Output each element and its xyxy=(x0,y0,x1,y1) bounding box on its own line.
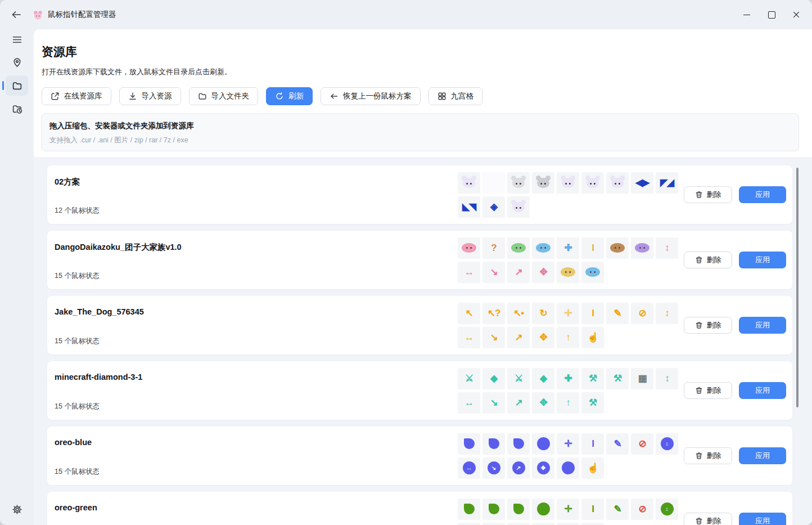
page-title: 资源库 xyxy=(42,44,812,60)
toolbar-button-import-resource[interactable]: 导入资源 xyxy=(119,87,181,105)
delete-button-label: 删除 xyxy=(707,516,721,525)
close-icon xyxy=(792,11,800,19)
folder-clock-icon xyxy=(12,104,22,114)
toolbar-button-online-library[interactable]: 在线资源库 xyxy=(42,87,111,105)
cursor-thumbnail: I xyxy=(581,303,604,324)
scheme-actions: 删除应用 xyxy=(684,513,786,525)
toolbar-button-label: 导入文件夹 xyxy=(211,91,250,101)
apply-button[interactable]: 应用 xyxy=(739,382,786,399)
scheme-name: oreo-green xyxy=(55,503,458,512)
sidebar-menu-button[interactable] xyxy=(6,29,28,50)
toolbar-button-label: 在线资源库 xyxy=(64,91,102,101)
scheme-meta: 02方案12 个鼠标状态 xyxy=(47,165,458,224)
scheme-actions: 删除应用 xyxy=(684,447,786,464)
scheme-actions: 删除应用 xyxy=(684,382,786,399)
cursor-thumbnail xyxy=(557,523,579,525)
scheme-state-count: 15 个鼠标状态 xyxy=(55,271,458,281)
cursor-thumbnail: ↕ xyxy=(656,368,678,389)
grid-icon xyxy=(437,92,446,101)
sidebar-item-resource-library[interactable] xyxy=(6,75,28,96)
cursor-thumbnail xyxy=(458,499,480,520)
cursor-thumbnail: I xyxy=(581,499,604,520)
cursor-thumbnail: ◆ xyxy=(532,368,554,389)
cursor-thumbnail xyxy=(606,172,629,194)
delete-button[interactable]: 删除 xyxy=(684,447,732,464)
delete-button-label: 删除 xyxy=(707,190,721,200)
cursor-thumbnail: I xyxy=(581,237,604,259)
cursor-thumbnail xyxy=(482,172,505,194)
scheme-card: oreo-green15 个鼠标状态✛I✎⊘↕↔↘↗✥☝删除应用 xyxy=(47,492,792,525)
scheme-state-count: 12 个鼠标状态 xyxy=(55,206,458,216)
apply-button[interactable]: 应用 xyxy=(739,186,786,203)
cursor-thumbnail: ↘ xyxy=(482,523,505,525)
delete-button[interactable]: 删除 xyxy=(684,317,732,334)
toolbar-button-restore-previous[interactable]: 恢复上一份鼠标方案 xyxy=(321,87,421,105)
cursor-thumbnail: ↖? xyxy=(482,303,505,324)
delete-button-label: 删除 xyxy=(707,255,721,265)
apply-button[interactable]: 应用 xyxy=(739,252,786,268)
cursor-thumbnail: ✚ xyxy=(557,237,579,259)
scheme-name: DangoDaikazoku_团子大家族v1.0 xyxy=(55,242,458,253)
cursor-thumbnail: ↔ xyxy=(458,523,480,525)
sidebar-item-settings[interactable] xyxy=(6,499,28,519)
toolbar-button-label: 导入资源 xyxy=(142,91,172,101)
cursor-thumbnail xyxy=(532,237,554,259)
delete-button[interactable]: 删除 xyxy=(684,382,732,399)
scheme-meta: oreo-green15 个鼠标状态 xyxy=(47,492,458,525)
cursor-thumbnail: ↻ xyxy=(532,303,554,324)
scheme-list: 02方案12 个鼠标状态◀▶◤◢◣◥◈删除应用DangoDaikazoku_团子… xyxy=(34,157,812,525)
minimize-button[interactable] xyxy=(734,4,759,25)
apply-button[interactable]: 应用 xyxy=(739,317,786,334)
scheme-card: oreo-blue15 个鼠标状态✛I✎⊘↕↔↘↗✥☝删除应用 xyxy=(47,427,792,485)
folder-icon xyxy=(12,80,22,91)
cursor-thumbnail: ✚ xyxy=(557,368,579,389)
toolbar-button-import-folder[interactable]: 导入文件夹 xyxy=(189,87,259,105)
cursor-thumbnail: ↘ xyxy=(482,262,505,283)
trash-icon xyxy=(695,256,703,264)
delete-button[interactable]: 删除 xyxy=(684,252,732,268)
toolbar-button-nine-grid[interactable]: 九宫格 xyxy=(428,87,483,105)
cursor-thumbnail: ⚒ xyxy=(581,368,604,389)
sidebar-item-cursor-config[interactable] xyxy=(6,52,28,73)
toolbar-button-label: 恢复上一份鼠标方案 xyxy=(343,91,412,101)
cursor-thumbnail xyxy=(482,433,505,455)
delete-button[interactable]: 删除 xyxy=(684,513,732,525)
main-panel: 资源库 打开在线资源库下载文件，放入鼠标文件目录后点击刷新。 在线资源库导入资源… xyxy=(34,29,812,525)
apply-button[interactable]: 应用 xyxy=(739,447,786,464)
scheme-meta: Jake_The_Dog_57634515 个鼠标状态 xyxy=(47,296,458,355)
apply-button[interactable]: 应用 xyxy=(739,513,786,525)
cursor-thumbnail: ⚒ xyxy=(581,392,604,414)
scheme-card: 02方案12 个鼠标状态◀▶◤◢◣◥◈删除应用 xyxy=(47,165,792,224)
close-button[interactable] xyxy=(784,4,809,25)
back-button[interactable] xyxy=(8,6,25,23)
cursor-thumbnail: ◣◥ xyxy=(458,196,480,218)
delete-button-label: 删除 xyxy=(707,320,721,330)
cursor-thumbnail: ✥ xyxy=(532,392,554,414)
cursor-thumbnail: I xyxy=(581,433,604,455)
cursor-thumbnail: ↑ xyxy=(557,327,579,348)
delete-button-label: 删除 xyxy=(707,451,721,461)
toolbar-button-refresh[interactable]: 刷新 xyxy=(266,87,313,105)
window-controls xyxy=(734,4,809,25)
minimize-icon xyxy=(743,15,750,15)
app-window: 鼠标指针配置管理器 资源库 打开在线资源库下载文件，放入鼠标文件目录后点击刷新。 xyxy=(0,0,812,525)
scrollbar-thumb[interactable] xyxy=(796,168,799,407)
cursor-thumbnail: ↖• xyxy=(507,303,530,324)
cursor-thumbnail: ⊘ xyxy=(631,499,653,520)
maximize-button[interactable] xyxy=(759,4,784,25)
delete-button[interactable]: 删除 xyxy=(684,186,732,203)
cursor-thumbnail: ✛ xyxy=(557,499,579,520)
scheme-name: 02方案 xyxy=(55,177,458,187)
cursor-thumbnail: ◤◢ xyxy=(656,172,678,194)
sidebar-item-history[interactable] xyxy=(6,98,28,119)
scheme-card: DangoDaikazoku_团子大家族v1.015 个鼠标状态?✚I↕↔↘↗✥… xyxy=(47,231,792,289)
dropzone[interactable]: 拖入压缩包、安装器或文件夹添加到资源库 支持拖入 .cur / .ani / 图… xyxy=(41,113,799,151)
cursor-thumbnail: ↕ xyxy=(656,433,678,455)
app-title: 鼠标指针配置管理器 xyxy=(48,10,116,20)
cursor-thumbnail: ✎ xyxy=(606,303,629,324)
cursor-thumbnail xyxy=(532,433,554,455)
cursor-thumbnail xyxy=(631,237,653,259)
cursor-thumbnail: ↗ xyxy=(507,327,530,348)
dropzone-subtitle: 支持拖入 .cur / .ani / 图片 / zip / rar / 7z /… xyxy=(49,136,791,145)
cursor-thumbnails: ?✚I↕↔↘↗✥ xyxy=(458,237,678,283)
